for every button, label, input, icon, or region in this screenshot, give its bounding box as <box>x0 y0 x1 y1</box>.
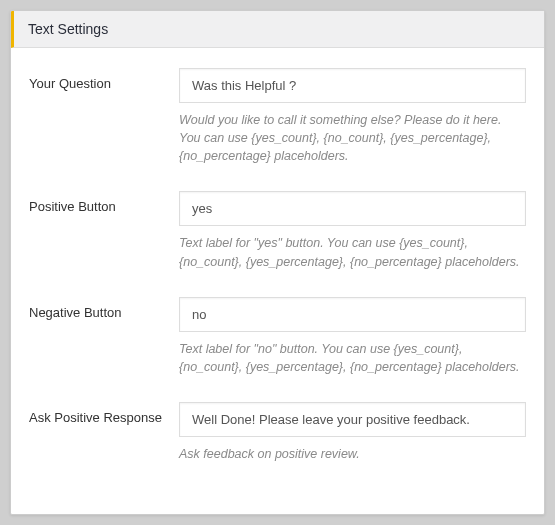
label-your-question: Your Question <box>29 68 179 93</box>
text-settings-panel: Text Settings Your Question Would you li… <box>10 10 545 515</box>
panel-title: Text Settings <box>11 11 544 48</box>
input-ask-positive-response[interactable] <box>179 402 526 437</box>
field-negative-button: Negative Button Text label for "no" butt… <box>29 297 526 376</box>
help-negative-button: Text label for "no" button. You can use … <box>179 340 526 376</box>
input-negative-button[interactable] <box>179 297 526 332</box>
label-negative-button: Negative Button <box>29 297 179 322</box>
label-positive-button: Positive Button <box>29 191 179 216</box>
panel-body: Your Question Would you like to call it … <box>11 48 544 483</box>
help-your-question: Would you like to call it something else… <box>179 111 526 165</box>
help-ask-positive-response: Ask feedback on positive review. <box>179 445 526 463</box>
field-ask-positive-response: Ask Positive Response Ask feedback on po… <box>29 402 526 463</box>
field-your-question: Your Question Would you like to call it … <box>29 68 526 165</box>
field-positive-button: Positive Button Text label for "yes" but… <box>29 191 526 270</box>
label-ask-positive-response: Ask Positive Response <box>29 402 179 427</box>
help-positive-button: Text label for "yes" button. You can use… <box>179 234 526 270</box>
input-your-question[interactable] <box>179 68 526 103</box>
input-positive-button[interactable] <box>179 191 526 226</box>
